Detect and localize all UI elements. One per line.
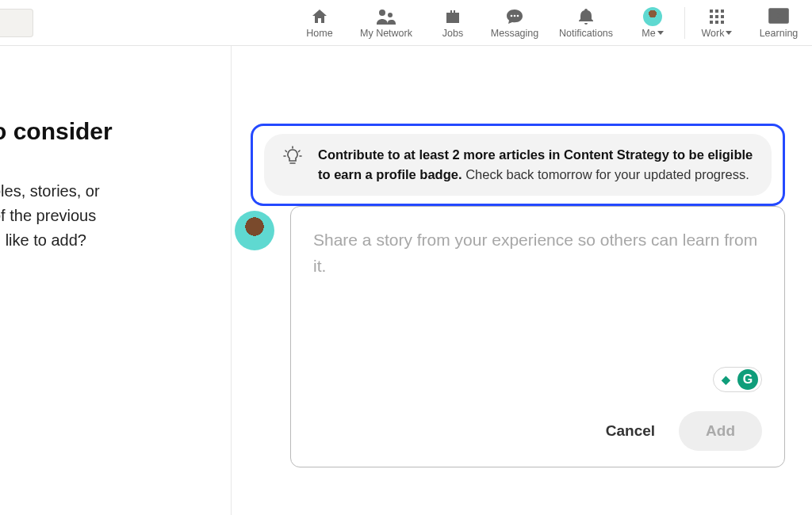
home-icon: [310, 7, 329, 26]
svg-rect-6: [715, 10, 718, 13]
nav-me-label: Me: [642, 28, 655, 39]
compose-box[interactable]: Share a story from your experience so ot…: [290, 206, 785, 467]
nav-learning[interactable]: Learning: [745, 0, 812, 45]
svg-rect-10: [721, 15, 724, 18]
add-button[interactable]: Add: [679, 411, 762, 451]
chevron-down-icon: [657, 31, 664, 35]
learning-icon: [768, 7, 789, 26]
top-nav: Home My Network Jobs Messaging Notificat: [0, 0, 812, 46]
nav-jobs-label: Jobs: [442, 28, 463, 39]
hint-banner-highlight: Contribute to at least 2 more articles i…: [251, 124, 785, 206]
editor-tools: ◆ G: [313, 367, 762, 392]
nav-me-label-wrap: Me: [642, 28, 663, 39]
svg-point-3: [514, 14, 516, 17]
prompt-line: oles, stories, or: [0, 179, 231, 204]
prompt-body: oles, stories, or of the previous u like…: [0, 179, 231, 253]
svg-rect-5: [710, 10, 713, 13]
nav-messaging-label: Messaging: [491, 28, 538, 39]
svg-point-2: [511, 14, 513, 17]
grammarly-tone-icon: ◆: [717, 371, 734, 388]
svg-point-1: [388, 13, 393, 17]
svg-rect-11: [710, 21, 713, 24]
svg-rect-12: [715, 21, 718, 24]
body: o consider oles, stories, or of the prev…: [0, 46, 812, 515]
grammarly-widget[interactable]: ◆ G: [713, 367, 762, 392]
grammarly-icon: G: [737, 369, 758, 390]
hint-text: Contribute to at least 2 more articles i…: [318, 145, 754, 185]
nav-notifications-label: Notifications: [559, 28, 613, 39]
nav-items: Home My Network Jobs Messaging Notificat: [291, 0, 812, 45]
compose-actions: Cancel Add: [313, 411, 762, 451]
avatar-icon: [643, 7, 662, 26]
nav-work-label-wrap: Work: [702, 28, 733, 39]
nav-home[interactable]: Home: [291, 0, 348, 45]
svg-rect-9: [715, 15, 718, 18]
chat-icon: [505, 7, 524, 26]
nav-learning-label: Learning: [760, 28, 799, 39]
nav-me[interactable]: Me: [624, 0, 681, 45]
nav-jobs[interactable]: Jobs: [424, 0, 481, 45]
lightbulb-icon: [282, 145, 304, 185]
svg-rect-13: [721, 21, 724, 24]
nav-messaging[interactable]: Messaging: [481, 0, 548, 45]
compose-row: Share a story from your experience so ot…: [235, 206, 785, 467]
nav-work-label: Work: [702, 28, 725, 39]
search-input-stub[interactable]: [0, 9, 33, 37]
chevron-down-icon: [726, 31, 732, 35]
spacer: [313, 279, 762, 367]
people-icon: [376, 7, 396, 26]
svg-point-4: [517, 14, 519, 17]
svg-point-0: [379, 10, 385, 16]
briefcase-icon: [443, 7, 462, 26]
bell-icon: [576, 7, 596, 26]
nav-network[interactable]: My Network: [348, 0, 424, 45]
nav-home-label: Home: [306, 28, 332, 39]
nav-work[interactable]: Work: [688, 0, 745, 45]
prompt-heading: o consider: [0, 117, 231, 146]
left-column: o consider oles, stories, or of the prev…: [0, 46, 232, 515]
grid-icon: [708, 7, 726, 26]
user-avatar[interactable]: [235, 211, 274, 250]
right-column: Contribute to at least 2 more articles i…: [232, 46, 812, 515]
compose-placeholder: Share a story from your experience so ot…: [313, 227, 762, 279]
prompt-line: of the previous: [0, 204, 231, 228]
svg-rect-7: [721, 10, 724, 13]
nav-separator: [684, 7, 685, 39]
prompt-line: u like to add?: [0, 228, 231, 253]
nav-network-label: My Network: [360, 28, 412, 39]
hint-banner: Contribute to at least 2 more articles i…: [264, 134, 772, 196]
nav-notifications[interactable]: Notifications: [548, 0, 624, 45]
cancel-button[interactable]: Cancel: [606, 422, 655, 440]
hint-rest: Check back tomorrow for your updated pro…: [462, 167, 749, 181]
svg-rect-8: [710, 15, 713, 18]
